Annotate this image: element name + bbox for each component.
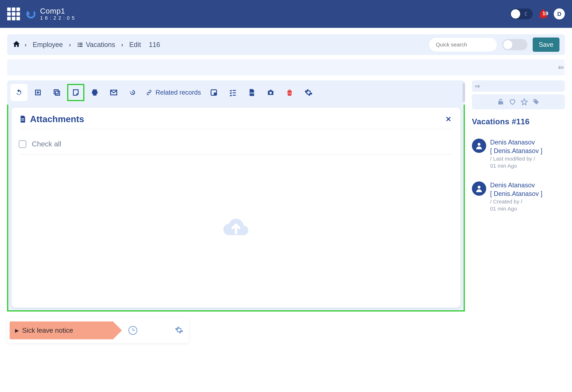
svg-rect-11 <box>214 92 216 95</box>
brand-block[interactable]: Comp1 16:22:05 <box>25 7 77 21</box>
svg-point-18 <box>478 186 480 189</box>
brand-logo-icon <box>25 8 37 20</box>
save-button[interactable]: Save <box>533 38 559 52</box>
home-icon[interactable] <box>13 40 20 49</box>
history-button[interactable] <box>124 84 141 101</box>
upload-dropzone[interactable] <box>19 154 453 300</box>
svg-point-17 <box>478 143 480 146</box>
heart-icon[interactable] <box>509 98 516 105</box>
created-user-name[interactable]: Denis Atanasov <box>490 181 542 189</box>
file-icon <box>19 114 27 124</box>
crumb-employee[interactable]: Employee <box>31 40 65 50</box>
svg-point-0 <box>26 9 36 19</box>
print-button[interactable] <box>86 84 103 101</box>
crumb-edit: Edit <box>127 40 143 50</box>
sub-toolbar-strip: ⇦ <box>7 59 565 75</box>
modified-user-login[interactable]: [ Denis.Atanasov ] <box>490 147 542 155</box>
svg-rect-7 <box>79 46 83 47</box>
expand-arrow-icon: ⇨ <box>475 83 480 90</box>
chevron-right-icon: › <box>25 41 27 48</box>
svg-point-16 <box>534 100 535 101</box>
card-button[interactable] <box>205 84 222 101</box>
created-user-login[interactable]: [ Denis.Atanasov ] <box>490 190 542 197</box>
cloud-upload-icon <box>219 212 253 243</box>
refresh-button[interactable] <box>10 84 28 101</box>
pdf-button[interactable]: PDF <box>243 84 260 101</box>
user-icon <box>472 181 486 196</box>
modified-user-name[interactable]: Denis Atanasov <box>490 139 542 146</box>
link-icon <box>145 89 153 96</box>
breadcrumb-bar: › Employee › Vacations › Edit 116 Save <box>7 34 565 55</box>
sidebar-action-icons <box>472 94 565 109</box>
avatar-initial: D <box>557 11 561 17</box>
crumb-record-id: 116 <box>147 40 162 50</box>
created-label: / Created by / <box>490 199 542 205</box>
collapse-arrow-icon[interactable]: ⇦ <box>558 63 564 71</box>
settings-button[interactable] <box>300 84 317 101</box>
moon-icon: ☾ <box>524 11 529 17</box>
attachments-highlight-frame: Attachments ✕ Check all <box>7 105 465 311</box>
modified-label: / Last modified by / <box>490 156 542 162</box>
svg-rect-3 <box>79 43 83 44</box>
attachments-title-text: Attachments <box>30 114 84 124</box>
svg-rect-5 <box>79 45 83 45</box>
workflow-step-chip[interactable]: ▶ Sick leave notice <box>10 321 113 339</box>
check-all-label: Check all <box>32 140 61 148</box>
check-all-checkbox[interactable] <box>19 140 26 148</box>
sidebar-expand-row[interactable]: ⇨ <box>472 80 565 92</box>
scrollbar-track[interactable] <box>463 83 465 102</box>
svg-text:PDF: PDF <box>250 92 255 94</box>
star-icon[interactable] <box>521 98 528 105</box>
svg-rect-6 <box>78 46 79 47</box>
svg-rect-4 <box>78 45 79 45</box>
app-topbar: Comp1 16:22:05 ☾ 19 D <box>0 0 572 28</box>
svg-rect-9 <box>55 91 60 95</box>
dark-mode-toggle[interactable]: ☾ <box>510 9 533 19</box>
related-records-button[interactable]: Related records <box>143 89 203 96</box>
workflow-row: ▶ Sick leave notice <box>7 318 189 343</box>
close-icon[interactable]: ✕ <box>444 114 453 124</box>
modified-ago: 01 min Ago <box>490 163 542 169</box>
chevron-right-icon: › <box>69 41 71 48</box>
svg-rect-8 <box>54 90 58 94</box>
company-name: Comp1 <box>40 7 77 15</box>
header-clock: 16:22:05 <box>40 15 77 21</box>
svg-point-13 <box>269 92 272 94</box>
attachments-panel: Attachments ✕ Check all <box>11 107 461 308</box>
clock-icon[interactable] <box>128 326 137 335</box>
workflow-step-label: Sick leave notice <box>22 327 73 334</box>
related-records-label: Related records <box>156 89 201 96</box>
record-toolbar: Related records PDF <box>7 80 465 105</box>
delete-button[interactable] <box>281 84 298 101</box>
list-icon <box>77 41 83 48</box>
chevron-right-icon: › <box>121 41 123 48</box>
svg-rect-15 <box>21 120 24 121</box>
copy-button[interactable] <box>48 84 65 101</box>
svg-rect-14 <box>21 118 24 119</box>
quick-search-input[interactable] <box>435 41 504 48</box>
user-avatar[interactable]: D <box>554 8 565 19</box>
apps-grid-icon[interactable] <box>7 8 20 20</box>
sidebar-title: Vacations #116 <box>472 117 565 126</box>
play-icon: ▶ <box>15 328 19 333</box>
tag-icon[interactable] <box>532 98 540 105</box>
quick-search[interactable] <box>429 38 497 52</box>
modified-by-block: Denis Atanasov [ Denis.Atanasov ] / Last… <box>472 139 565 169</box>
mail-button[interactable] <box>105 84 122 101</box>
check-all-row[interactable]: Check all <box>19 140 453 154</box>
notifications-button[interactable]: 19 <box>537 7 549 21</box>
created-by-block: Denis Atanasov [ Denis.Atanasov ] / Crea… <box>472 181 565 212</box>
user-icon <box>472 139 486 153</box>
note-button[interactable] <box>67 84 84 101</box>
new-record-button[interactable] <box>29 84 47 101</box>
checklist-button[interactable] <box>224 84 241 101</box>
created-ago: 01 min Ago <box>490 206 542 212</box>
secondary-toggle[interactable] <box>502 39 527 50</box>
unlock-icon[interactable] <box>497 98 504 105</box>
crumb-vacations-label: Vacations <box>86 41 115 49</box>
workflow-settings-button[interactable] <box>175 326 183 335</box>
notification-count: 19 <box>540 10 551 16</box>
crumb-vacations[interactable]: Vacations <box>75 40 117 50</box>
attachments-title: Attachments <box>19 114 84 124</box>
camera-button[interactable] <box>262 84 279 101</box>
